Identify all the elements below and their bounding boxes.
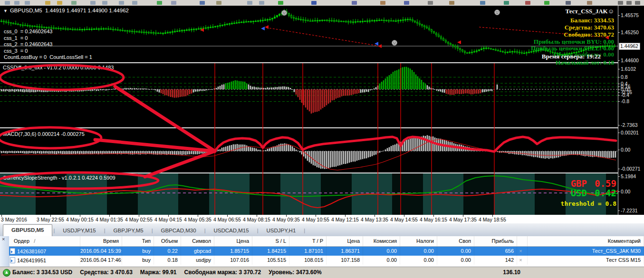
ea-info-overlay: Тест_CSS_JAK☺ Баланс: 3334.53 Средства: … <box>471 6 614 63</box>
cell-swap: 0.00 <box>437 247 474 256</box>
status-equity: Средства: 3 470.63 <box>80 269 133 276</box>
tab-gbpusd-m5[interactable]: GBPUSD,M5 <box>3 224 52 236</box>
chart-ohlc: 1.44919 1.44971 1.44900 1.44962 <box>45 8 129 13</box>
axis-label: 1.45575 <box>621 12 639 18</box>
toolbar-icon[interactable] <box>635 1 640 5</box>
toolbar-icon[interactable] <box>57 1 62 5</box>
cell-price2: 107.158 <box>327 256 363 265</box>
toolbar-icon[interactable] <box>449 1 454 5</box>
ea-free: Свободно: 3370.72 <box>564 31 614 38</box>
css-usd-value: 0.42 <box>595 188 616 198</box>
cell-order: 1426381607 <box>9 247 80 256</box>
cell-tp: 108.015 <box>289 256 327 265</box>
toolbar-icon[interactable] <box>45 1 50 5</box>
tab-usdjpy-h1[interactable]: USDJPY,H1 <box>260 225 303 236</box>
toolbar-icon[interactable] <box>587 1 592 5</box>
terminal-gutter: × <box>0 236 10 267</box>
tab-usdjpy-m15[interactable]: USDJPY,M15 <box>56 225 103 236</box>
toolbar-icon[interactable] <box>404 1 409 5</box>
order-row-1426419951[interactable]: 14264199512016.05.04 17:46:24buy0.18usdj… <box>9 256 644 265</box>
header-profit[interactable]: Прибыль <box>474 236 517 246</box>
toolbar-icon[interactable] <box>119 1 124 5</box>
css-label: CurrencySlopeStrength - v1.0.2.1 0.4224 … <box>3 175 115 181</box>
toolbar-icon[interactable] <box>544 1 549 5</box>
macd-panel: MACD(7,30,6) 0.000214 -0.000275 <box>0 128 644 173</box>
toolbar-icon[interactable] <box>14 1 19 5</box>
header-taxes[interactable]: Налоги <box>400 236 437 246</box>
cell-type: buy <box>122 247 154 256</box>
tab-separator: | <box>203 228 207 236</box>
toolbar-icon[interactable] <box>157 1 162 5</box>
terminal-close-button[interactable]: × <box>2 236 5 242</box>
main-chart-panel: ▼GBPUSD,M5 1.44919 1.44971 1.44900 1.449… <box>0 6 644 63</box>
axis-label: 0.8 <box>621 74 628 80</box>
mt4-terminal-window: ▼GBPUSD,M5 1.44919 1.44971 1.44900 1.449… <box>0 0 644 278</box>
toolbar-icon[interactable] <box>352 1 357 5</box>
toolbar-icon[interactable] <box>200 1 205 5</box>
cell-close[interactable]: × <box>517 256 528 265</box>
header-order[interactable]: Ордер / <box>9 236 80 246</box>
cell-sl: 1.84215 <box>252 247 289 256</box>
tab-gbpjpy-m5[interactable]: GBPJPY,M5 <box>106 225 151 236</box>
tab-separator: | <box>52 228 56 236</box>
toolbar-icon[interactable] <box>247 1 252 5</box>
axis-label: -2.7363 <box>621 122 638 128</box>
toolbar-icon[interactable] <box>171 1 176 5</box>
cell-price2: 1.86371 <box>327 247 363 256</box>
status-profit-total: 136.10 <box>475 269 520 276</box>
header-commission[interactable]: Комиссия <box>363 236 400 246</box>
header-volume[interactable]: Объем <box>154 236 181 246</box>
toolbar-icon[interactable] <box>132 1 137 5</box>
header-symbol[interactable]: Символ <box>181 236 214 246</box>
cell-time: 2016.05.04 15:39:06 <box>80 247 122 256</box>
cell-volume: 0.22 <box>154 247 181 256</box>
status-free-margin: Свободная маржа: 3 370.72 <box>184 269 261 276</box>
toolbar-icon[interactable] <box>90 1 96 5</box>
cell-profit: 142 <box>474 256 517 265</box>
ea-equity: Средства: 3470.63 <box>565 24 614 31</box>
css-usd-label: USD <box>571 188 587 198</box>
cell-order: 1426419951 <box>9 256 80 265</box>
header-price[interactable]: Цена <box>214 236 252 246</box>
css-gbp-value: 0.59 <box>595 178 616 189</box>
header-type[interactable]: Тип <box>122 236 154 246</box>
header-sl[interactable]: S / L <box>252 236 289 246</box>
toolbar-icon[interactable] <box>216 1 221 5</box>
toolbar-icon[interactable] <box>311 1 317 5</box>
toolbar-icon[interactable] <box>259 1 264 5</box>
cssdiff-label: CSSDiff_0.6_6xx - v1.0.2 0.0000 0.0000 0… <box>3 65 114 70</box>
header-close[interactable] <box>517 236 528 246</box>
header-time[interactable]: Время <box>80 236 122 246</box>
cell-commission: 0.00 <box>363 247 400 256</box>
cell-close[interactable]: × <box>517 247 528 256</box>
status-margin: Маржа: 99.91 <box>140 269 177 276</box>
header-tp[interactable]: T / P <box>289 236 327 246</box>
header-price2[interactable]: Цена <box>327 236 363 246</box>
toolbar-icon[interactable] <box>428 1 433 5</box>
cell-comment: Тест CSS M15 <box>528 256 644 265</box>
header-comment[interactable]: Комментарий <box>528 236 644 246</box>
toolbar-icon[interactable] <box>278 1 283 5</box>
toolbar-icon[interactable] <box>71 1 77 5</box>
toolbar-icon[interactable] <box>5 1 10 5</box>
time-axis: 3 May 20163 May 22:554 May 00:154 May 01… <box>0 215 644 224</box>
collapse-icon[interactable]: ▼ <box>3 9 8 13</box>
status-level: Уровень: 3473.60% <box>269 269 322 276</box>
tab-gbpcad-m30[interactable]: GBPCAD,M30 <box>154 225 203 236</box>
toolbar-icon[interactable] <box>102 1 107 5</box>
tab-usdcad-m15[interactable]: USDCAD,M15 <box>207 225 256 236</box>
toolbar-icon[interactable] <box>626 1 632 5</box>
order-row-1426381607[interactable]: 14263816072016.05.04 15:39:06buy0.22gbpc… <box>9 247 644 256</box>
toolbar-icon[interactable] <box>25 1 30 5</box>
toolbar-icon[interactable] <box>480 1 485 5</box>
connection-status-icon <box>3 269 10 277</box>
tab-separator: | <box>151 228 154 236</box>
current-price-label: 1.44962 <box>619 43 640 50</box>
toolbar-icon[interactable] <box>618 1 623 5</box>
cell-comment: Тест_CSS_JAK M30 <box>528 247 644 256</box>
toolbar-icon[interactable] <box>380 1 385 5</box>
toolbar-icon[interactable] <box>525 1 530 5</box>
header-swap[interactable]: Своп <box>437 236 474 246</box>
toolbar-icon[interactable] <box>504 1 509 5</box>
toolbar-icon[interactable] <box>566 1 571 5</box>
